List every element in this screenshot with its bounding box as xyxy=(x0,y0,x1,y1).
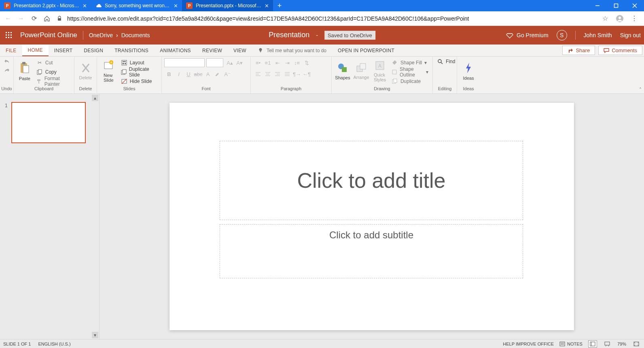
cut-button[interactable]: ✂Cut xyxy=(35,58,72,67)
close-icon[interactable]: ✕ xyxy=(83,3,87,9)
numbering-button[interactable]: ≡1 xyxy=(263,58,273,67)
language-button[interactable]: ENGLISH (U.S.) xyxy=(38,342,70,346)
clear-format-button[interactable]: A⁻ xyxy=(222,70,232,79)
increase-indent-button[interactable]: ⇥ xyxy=(282,58,292,67)
browser-tab-0[interactable]: P Presentation 2.pptx - Microsoft P ✕ xyxy=(0,0,91,11)
scroll-up-button[interactable]: ▲ xyxy=(92,95,98,101)
copy-button[interactable]: Copy xyxy=(35,68,72,76)
user-name[interactable]: John Smith xyxy=(584,32,612,38)
tab-animations[interactable]: ANIMATIONS xyxy=(154,45,197,56)
paste-button[interactable]: Paste xyxy=(16,58,33,84)
shape-fill-button[interactable]: Shape Fill ▾ xyxy=(390,58,430,67)
align-left-button[interactable] xyxy=(253,70,263,79)
zoom-level[interactable]: 79% xyxy=(617,342,626,346)
slide-thumbnail-pane[interactable]: ▲ 1 ▼ xyxy=(0,94,100,339)
breadcrumb-leaf[interactable]: Documents xyxy=(121,32,150,38)
quick-styles-button[interactable]: A Quick Styles xyxy=(371,58,388,84)
new-tab-button[interactable]: + xyxy=(273,0,286,11)
share-button[interactable]: Share xyxy=(562,46,595,55)
normal-view-button[interactable] xyxy=(588,340,597,348)
layout-button[interactable]: Layout xyxy=(119,58,159,67)
address-bar[interactable]: https://onedrive.live.com/edit.aspx?cid=… xyxy=(57,13,595,24)
fill-icon xyxy=(392,59,398,66)
format-painter-button[interactable]: Format Painter xyxy=(35,77,72,85)
diamond-icon xyxy=(506,32,513,39)
slide-counter[interactable]: SLIDE 1 OF 1 xyxy=(3,342,31,346)
rtl-button[interactable]: ←¶ xyxy=(302,70,311,79)
tell-me-search[interactable]: Tell me what you want to do xyxy=(252,45,332,56)
maximize-button[interactable] xyxy=(607,0,625,11)
home-button[interactable] xyxy=(41,13,53,24)
italic-button[interactable]: I xyxy=(174,70,184,79)
tab-transitions[interactable]: TRANSITIONS xyxy=(109,45,154,56)
open-in-powerpoint-button[interactable]: OPEN IN POWERPOINT xyxy=(332,45,400,56)
svg-rect-18 xyxy=(8,37,9,38)
sign-out-button[interactable]: Sign out xyxy=(620,32,641,38)
bookmark-button[interactable]: ☆ xyxy=(600,13,611,24)
hide-slide-button[interactable]: Hide Slide xyxy=(119,77,159,85)
browser-tab-1[interactable]: Sorry, something went wrong - O ✕ xyxy=(91,0,182,11)
highlight-button[interactable] xyxy=(213,70,222,79)
justify-button[interactable] xyxy=(282,70,292,79)
tab-file[interactable]: FILE xyxy=(0,45,22,56)
line-spacing-button[interactable]: ↕≡ xyxy=(292,58,302,67)
new-slide-button[interactable]: New Slide xyxy=(100,58,118,84)
back-button[interactable]: ← xyxy=(2,13,14,24)
redo-button[interactable] xyxy=(4,67,10,74)
undo-button[interactable] xyxy=(4,58,10,65)
shapes-button[interactable]: Shapes xyxy=(334,58,351,84)
shrink-font-button[interactable]: A▾ xyxy=(235,58,244,67)
slide-thumbnail-1[interactable]: 1 xyxy=(11,102,86,143)
arrange-button[interactable]: Arrange xyxy=(353,58,370,84)
duplicate-shape-button[interactable]: Duplicate xyxy=(390,77,430,85)
notes-button[interactable]: NOTES xyxy=(559,342,583,346)
collapse-ribbon-button[interactable]: ˄ xyxy=(639,87,642,93)
breadcrumb-root[interactable]: OneDrive xyxy=(89,32,113,38)
font-family-select[interactable] xyxy=(164,58,205,67)
close-icon[interactable]: ✕ xyxy=(265,3,269,9)
notes-icon xyxy=(559,342,565,346)
close-window-button[interactable] xyxy=(625,0,644,11)
skype-button[interactable]: S xyxy=(557,30,567,40)
duplicate-slide-button[interactable]: Duplicate Slide xyxy=(119,68,159,76)
bold-button[interactable]: B xyxy=(164,70,174,79)
reload-button[interactable]: ⟳ xyxy=(28,13,40,24)
delete-button[interactable]: Delete xyxy=(77,58,94,84)
text-direction-button[interactable]: ⇅ xyxy=(302,58,311,67)
strikethrough-button[interactable]: abc xyxy=(193,70,203,79)
close-icon[interactable]: ✕ xyxy=(174,3,178,9)
font-size-select[interactable] xyxy=(206,58,223,67)
bullets-button[interactable]: ≡• xyxy=(253,58,263,67)
app-launcher-button[interactable] xyxy=(3,30,15,41)
tab-insert[interactable]: INSERT xyxy=(49,45,78,56)
align-center-button[interactable] xyxy=(263,70,273,79)
font-color-button[interactable]: A xyxy=(203,70,213,79)
profile-button[interactable] xyxy=(614,13,625,24)
tab-home[interactable]: HOME xyxy=(22,45,49,56)
ltr-button[interactable]: ¶→ xyxy=(292,70,302,79)
comments-button[interactable]: Comments xyxy=(598,46,642,55)
minimize-button[interactable] xyxy=(588,0,607,11)
scroll-down-button[interactable]: ▼ xyxy=(92,332,98,338)
subtitle-placeholder[interactable]: Click to add subtitle xyxy=(220,224,523,278)
fit-to-window-button[interactable] xyxy=(632,340,641,348)
help-improve-button[interactable]: HELP IMPROVE OFFICE xyxy=(503,342,554,346)
ideas-button[interactable]: Ideas xyxy=(460,58,477,84)
shape-outline-button[interactable]: Shape Outline ▾ xyxy=(390,68,430,76)
forward-button[interactable]: → xyxy=(15,13,27,24)
underline-button[interactable]: U xyxy=(184,70,193,79)
slide-canvas[interactable]: Click to add title Click to add subtitle xyxy=(100,94,644,339)
title-placeholder[interactable]: Click to add title xyxy=(220,141,523,220)
align-right-button[interactable] xyxy=(273,70,282,79)
browser-tab-2[interactable]: P Presentation.pptx - Microsoft Po ✕ xyxy=(182,0,273,11)
tab-design[interactable]: DESIGN xyxy=(78,45,109,56)
grow-font-button[interactable]: A▴ xyxy=(225,58,235,67)
menu-button[interactable]: ⋮ xyxy=(629,13,640,24)
slideshow-view-button[interactable] xyxy=(603,340,612,348)
doc-name[interactable]: Presentation xyxy=(269,31,309,39)
tab-view[interactable]: VIEW xyxy=(228,45,252,56)
decrease-indent-button[interactable]: ⇤ xyxy=(273,58,282,67)
go-premium-button[interactable]: Go Premium xyxy=(506,32,549,39)
tab-review[interactable]: REVIEW xyxy=(197,45,228,56)
find-button[interactable]: Find xyxy=(435,58,457,65)
